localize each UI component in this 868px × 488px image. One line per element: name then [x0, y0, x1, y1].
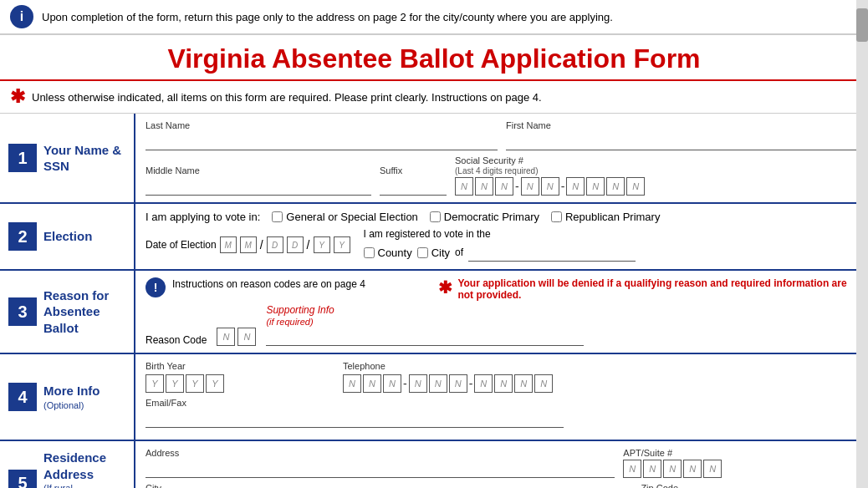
email-fax-input[interactable]	[146, 409, 564, 428]
republican-primary-checkbox[interactable]	[551, 211, 562, 222]
reason-warning-text: Your application will be denied if a qua…	[457, 277, 858, 301]
of-label: of	[455, 247, 463, 258]
section-3-content: ! Instructions on reason codes are on pa…	[134, 271, 868, 353]
section-more-info: 4 More Info (Optional) Birth Year Y Y Y …	[0, 354, 868, 441]
apt-box-4: N	[683, 460, 702, 478]
supporting-info-input[interactable]	[266, 328, 584, 346]
section-1-title: Your Name & SSN	[43, 142, 125, 175]
telephone-label: Telephone	[343, 361, 858, 371]
required-notice-text: Unless otherwise indicated, all items on…	[32, 91, 542, 104]
date-label: Date of Election	[146, 239, 217, 251]
city-county-name-input[interactable]	[468, 243, 636, 262]
email-fax-field: Email/Fax	[146, 398, 858, 428]
ssn-box-7: N	[586, 177, 605, 196]
general-election-checkbox[interactable]	[272, 211, 283, 222]
phone-box-5: N	[429, 374, 447, 393]
suffix-input[interactable]	[380, 177, 447, 196]
section-1-content: Last Name First Name Middle Name	[134, 114, 868, 202]
last-name-label: Last Name	[146, 120, 498, 130]
section-2-label: 2 Election	[0, 204, 134, 269]
supporting-info-sub: (if required)	[266, 317, 313, 327]
reason-fields-row: Reason Code N N Supporting Info (if requ…	[146, 304, 858, 346]
phone-box-10: N	[534, 374, 553, 393]
section-4-label: 4 More Info (Optional)	[0, 354, 134, 440]
city-label: City	[431, 247, 450, 259]
phone-box-1: N	[343, 374, 361, 393]
section-2-title: Election	[43, 228, 92, 245]
date-box-m1: M	[220, 236, 237, 253]
date-box-d1: D	[267, 236, 283, 253]
apt-box-2: N	[643, 460, 661, 478]
city-option[interactable]: City	[417, 247, 450, 259]
more-info-top-row: Birth Year Y Y Y Y Telephone N N N -	[146, 361, 858, 393]
section-name-ssn: 1 Your Name & SSN Last Name First Name	[0, 114, 868, 204]
scroll-thumb[interactable]	[856, 8, 868, 42]
section-3-number: 3	[8, 297, 37, 326]
middle-name-input[interactable]	[146, 177, 371, 196]
info-icon: i	[10, 5, 33, 28]
middle-name-field: Middle Name	[146, 165, 371, 196]
section-4-number: 4	[8, 383, 37, 411]
section-2-content: I am applying to vote in: General or Spe…	[134, 204, 868, 269]
ssn-box-3: N	[495, 177, 513, 196]
reason-instructions-text: Instructions on reason codes are on page…	[172, 277, 365, 292]
county-checkbox[interactable]	[364, 247, 375, 258]
section-1-number: 1	[8, 144, 37, 172]
zip-label: Zip Code	[641, 483, 858, 488]
registered-text: I am registered to vote in the	[364, 228, 636, 240]
date-box-d2: D	[287, 236, 304, 253]
election-date-row: Date of Election M M / D D / Y Y I am re…	[146, 228, 858, 262]
city-label: City	[146, 483, 580, 488]
county-option[interactable]: County	[364, 247, 412, 259]
phone-box-8: N	[494, 374, 513, 393]
middle-name-label: Middle Name	[146, 165, 371, 175]
democratic-primary-label: Democratic Primary	[444, 211, 539, 223]
address-input[interactable]	[146, 460, 615, 478]
required-notice: ✱ Unless otherwise indicated, all items …	[0, 81, 868, 114]
address-row-2: City State VA Zip Code N N N N N	[146, 483, 858, 488]
top-notice-bar: i Upon completion of the form, return th…	[0, 0, 868, 35]
reason-warning-block: ✱ Your application will be denied if a q…	[438, 277, 858, 301]
applying-label: I am applying to vote in:	[146, 211, 260, 223]
ssn-label: Social Security # (Last 4 digits require…	[455, 155, 645, 175]
section-3-title: Reason for Absentee Ballot	[43, 287, 125, 337]
republican-primary-option[interactable]: Republican Primary	[551, 211, 660, 223]
top-notice-text: Upon completion of the form, return this…	[42, 11, 613, 23]
address-field: Address	[146, 448, 615, 478]
last-name-input[interactable]	[146, 132, 498, 150]
page-wrapper: i Upon completion of the form, return th…	[0, 0, 868, 488]
apt-box-5: N	[703, 460, 722, 478]
asterisk-icon: ✱	[10, 86, 25, 108]
scrollbar[interactable]	[856, 0, 868, 488]
phone-box-4: N	[409, 374, 427, 393]
section-5-title: Residence Address (If rural address/home…	[43, 450, 125, 488]
city-checkbox[interactable]	[417, 247, 428, 258]
apt-boxes: N N N N N	[623, 460, 858, 478]
page-title: Virginia Absentee Ballot Application For…	[0, 43, 868, 74]
section-1-label: 1 Your Name & SSN	[0, 114, 134, 202]
general-election-label: General or Special Election	[286, 211, 418, 223]
city-field: City	[146, 483, 580, 488]
section-address: 5 Residence Address (If rural address/ho…	[0, 441, 868, 488]
section-4-title: More Info (Optional)	[43, 383, 100, 411]
ssn-box-5: N	[541, 177, 559, 196]
supporting-info-group: Supporting Info (if required)	[266, 304, 584, 346]
phone-box-6: N	[449, 374, 467, 393]
first-name-input[interactable]	[506, 132, 858, 150]
section-5-label: 5 Residence Address (If rural address/ho…	[0, 441, 134, 488]
general-election-option[interactable]: General or Special Election	[272, 211, 418, 223]
democratic-primary-checkbox[interactable]	[430, 211, 441, 222]
ssn-field: Social Security # (Last 4 digits require…	[455, 155, 645, 196]
date-box-y2: Y	[334, 236, 350, 253]
reason-code-boxes: N N	[217, 328, 256, 346]
reason-instructions-block: ! Instructions on reason codes are on pa…	[146, 277, 425, 297]
date-box-y1: Y	[314, 236, 330, 253]
year-box-4: Y	[206, 374, 224, 393]
section-5-number: 5	[8, 470, 37, 488]
zip-field: Zip Code N N N N N	[641, 483, 858, 488]
ssn-box-6: N	[566, 177, 585, 196]
republican-primary-label: Republican Primary	[565, 211, 660, 223]
democratic-primary-option[interactable]: Democratic Primary	[430, 211, 539, 223]
ssn-box-9: N	[626, 177, 645, 196]
section-reason: 3 Reason for Absentee Ballot ! Instructi…	[0, 271, 868, 354]
